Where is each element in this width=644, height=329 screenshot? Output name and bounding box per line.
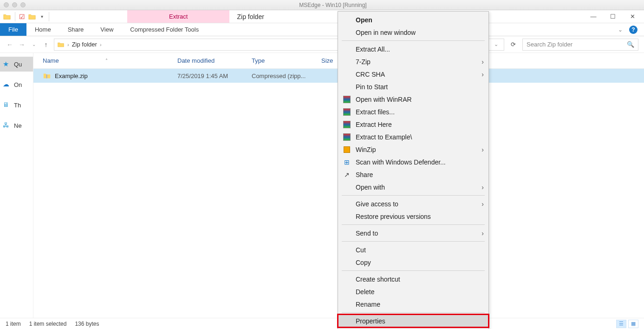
ctx-properties[interactable]: Properties (338, 315, 488, 327)
ctx-winzip[interactable]: WinZip› (338, 143, 488, 156)
ctx-copy[interactable]: Copy (338, 256, 488, 269)
chevron-right-icon: › (481, 184, 484, 191)
ctx-cut[interactable]: Cut (338, 243, 488, 256)
sidebar-onedrive[interactable]: ☁ On (0, 77, 33, 92)
file-tab[interactable]: File (0, 23, 26, 36)
mac-minimize-icon[interactable] (12, 2, 17, 7)
column-name-label: Name (43, 57, 59, 64)
sidebar-this-pc[interactable]: 🖥 Th (0, 98, 33, 112)
ctx-extract-here[interactable]: Extract Here (338, 118, 488, 131)
ctx-crc-sha[interactable]: CRC SHA› (338, 68, 488, 80)
ctx-restore-versions[interactable]: Restore previous versions (338, 210, 488, 223)
thumbnails-view-icon[interactable]: ▦ (628, 320, 638, 328)
ctx-give-access[interactable]: Give access to› (338, 197, 488, 210)
nav-forward-icon[interactable]: → (18, 41, 26, 48)
help-icon[interactable]: ? (629, 26, 637, 34)
search-placeholder: Search Zip folder (527, 41, 572, 48)
chevron-right-icon: › (481, 200, 484, 208)
main-area: ★ Qu ☁ On 🖥 Th 🖧 Ne Name ˄ Date modified… (0, 53, 644, 318)
winzip-icon (343, 145, 351, 154)
column-type[interactable]: Type (252, 57, 321, 64)
ctx-open-with[interactable]: Open with› (338, 181, 488, 193)
ctx-share[interactable]: ↗Share (338, 168, 488, 181)
share-icon: ↗ (343, 171, 351, 179)
network-icon: 🖧 (3, 121, 11, 130)
ctx-separator (342, 40, 485, 41)
chevron-right-icon[interactable]: › (67, 42, 69, 47)
ctx-rename[interactable]: Rename (338, 298, 488, 310)
ctx-separator (342, 224, 485, 225)
ctx-label: Scan with Windows Defender... (356, 158, 446, 166)
ctx-label: Open with (356, 184, 385, 191)
cloud-icon: ☁ (3, 80, 11, 89)
ctx-open-winrar[interactable]: Open with WinRAR (338, 93, 488, 105)
search-icon: 🔍 (627, 41, 634, 48)
mac-close-icon[interactable] (4, 2, 9, 7)
chevron-right-icon[interactable]: › (100, 42, 102, 47)
minimize-icon[interactable]: — (589, 13, 598, 20)
folder-icon[interactable] (3, 13, 11, 21)
ctx-open-new-window[interactable]: Open in new window (338, 26, 488, 39)
address-history-icon[interactable]: ⌄ (491, 41, 501, 47)
vm-title: MSEdge - Win10 [Running] (26, 2, 640, 8)
ctx-7zip[interactable]: 7-Zip› (338, 55, 488, 68)
file-date: 7/25/2019 1:45 AM (177, 72, 252, 79)
column-date[interactable]: Date modified (177, 57, 252, 64)
ribbon-collapse-icon[interactable]: ⌄ (618, 26, 623, 33)
file-type: Compressed (zipp... (252, 72, 321, 79)
search-input[interactable]: Search Zip folder 🔍 (522, 39, 638, 51)
chevron-right-icon: › (481, 58, 484, 66)
nav-up-icon[interactable]: ↑ (42, 41, 50, 48)
ctx-label: Extract Here (356, 121, 392, 128)
window-controls: — ☐ ✕ (582, 10, 644, 23)
ctx-label: Open (356, 16, 372, 24)
file-name-cell: Example.zip (43, 72, 177, 80)
compressed-folder-tools-tab[interactable]: Compressed Folder Tools (122, 23, 207, 36)
ctx-extract-to[interactable]: Extract to Example\ (338, 131, 488, 143)
ctx-extract-files[interactable]: Extract files... (338, 105, 488, 118)
ctx-extract-all[interactable]: Extract All... (338, 43, 488, 55)
ctx-label: Pin to Start (356, 83, 388, 91)
zip-folder-icon (43, 72, 51, 80)
nav-recent-icon[interactable]: ⌄ (30, 42, 38, 47)
close-icon[interactable]: ✕ (628, 13, 637, 20)
share-tab[interactable]: Share (59, 23, 92, 36)
nav-sidebar: ★ Qu ☁ On 🖥 Th 🖧 Ne (0, 53, 33, 318)
chevron-right-icon: › (481, 146, 484, 153)
svg-rect-0 (46, 74, 47, 78)
nav-back-icon[interactable]: ← (6, 41, 14, 48)
sort-asc-icon: ˄ (105, 58, 108, 63)
context-menu: Open Open in new window Extract All... 7… (338, 11, 489, 329)
ctx-send-to[interactable]: Send to› (338, 227, 488, 239)
window-title: Zip folder (229, 10, 271, 23)
ctx-create-shortcut[interactable]: Create shortcut (338, 273, 488, 285)
ctx-label: Extract files... (356, 108, 395, 116)
mac-zoom-icon[interactable] (20, 2, 26, 7)
ctx-label: Properties (356, 317, 385, 325)
ctx-defender[interactable]: ⊞Scan with Windows Defender... (338, 156, 488, 168)
ribbon-tabs: File Home Share View Compressed Folder T… (0, 23, 644, 36)
sidebar-network[interactable]: 🖧 Ne (0, 118, 33, 133)
folder-icon[interactable] (28, 13, 36, 21)
home-tab[interactable]: Home (26, 23, 59, 36)
ctx-label: Open in new window (356, 29, 416, 36)
ctx-label: Share (356, 171, 373, 178)
column-name[interactable]: Name ˄ (43, 57, 177, 64)
maximize-icon[interactable]: ☐ (609, 13, 617, 20)
properties-qat-icon[interactable]: ☑ (19, 13, 25, 20)
ctx-label: CRC SHA (356, 71, 385, 78)
chevron-right-icon: › (481, 71, 484, 78)
details-view-icon[interactable]: ☰ (616, 320, 626, 328)
ctx-label: Give access to (356, 200, 398, 208)
ctx-open[interactable]: Open (338, 13, 488, 26)
view-tab[interactable]: View (92, 23, 122, 36)
ctx-delete[interactable]: Delete (338, 285, 488, 298)
ctx-label: WinZip (356, 146, 376, 153)
refresh-icon[interactable]: ⟳ (508, 41, 519, 48)
breadcrumb-item[interactable]: Zip folder (72, 41, 97, 48)
sidebar-quick-access[interactable]: ★ Qu (0, 57, 33, 72)
ctx-label: Rename (356, 301, 380, 308)
qat-customize-icon[interactable]: ▾ (39, 14, 45, 19)
extract-contextual-tab[interactable]: Extract (127, 10, 229, 23)
ctx-pin-start[interactable]: Pin to Start (338, 80, 488, 93)
